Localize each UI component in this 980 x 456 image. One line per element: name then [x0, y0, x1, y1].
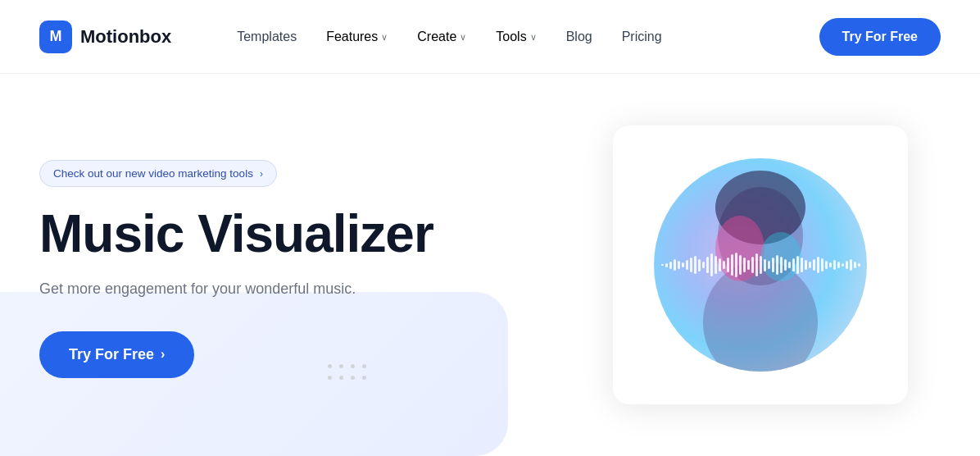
wave-bar	[710, 253, 713, 276]
hero-title: Music Visualizer	[39, 205, 515, 262]
hero-cta-button[interactable]: Try For Free ›	[39, 331, 194, 378]
nav-item-blog[interactable]: Blog	[566, 30, 592, 44]
hero-cta-arrow-icon: ›	[161, 347, 165, 362]
wave-bar	[784, 259, 787, 271]
nav-links: Templates Features Create Tools Blog Pri…	[237, 30, 661, 44]
wave-bar	[796, 256, 799, 274]
nav-link-templates[interactable]: Templates	[237, 30, 297, 43]
hero-section: Check out our new video marketing tools …	[0, 74, 980, 456]
svg-point-1	[703, 261, 818, 372]
nav-item-create[interactable]: Create	[417, 30, 466, 44]
wave-bar	[817, 257, 819, 273]
wave-bar	[768, 261, 770, 269]
nav-item-tools[interactable]: Tools	[496, 30, 536, 44]
nav-link-create: Create	[417, 30, 456, 44]
wave-bar	[809, 262, 811, 268]
wave-bar	[698, 259, 701, 271]
wave-bar	[805, 260, 807, 270]
nav-link-tools: Tools	[496, 30, 526, 44]
visualizer-card	[613, 125, 908, 404]
wave-bar	[682, 262, 684, 267]
wave-bar	[727, 258, 729, 272]
badge-chevron-icon: ›	[260, 168, 263, 180]
wave-bar	[801, 258, 803, 272]
nav-item-features[interactable]: Features	[326, 30, 388, 44]
wave-bar	[821, 258, 823, 271]
wave-bar	[661, 264, 664, 266]
visualizer-circle	[654, 158, 867, 372]
wave-bar	[846, 261, 848, 269]
wave-bar	[674, 259, 676, 271]
wave-bar	[780, 257, 783, 273]
logo-letter: M	[50, 28, 62, 45]
hero-badge[interactable]: Check out our new video marketing tools …	[39, 160, 277, 187]
wave-bar	[825, 261, 828, 269]
nav-link-blog[interactable]: Blog	[566, 30, 592, 43]
wave-bar	[739, 255, 742, 275]
wave-bar	[735, 253, 737, 277]
wave-bar	[751, 257, 754, 273]
wave-bar	[776, 255, 778, 275]
wave-bar	[706, 257, 709, 273]
nav-item-pricing[interactable]: Pricing	[622, 30, 662, 44]
hero-cta-label: Try For Free	[69, 346, 154, 363]
wave-bar	[792, 258, 795, 271]
wave-bar	[813, 259, 815, 271]
wave-bar	[678, 261, 680, 269]
wave-bar	[686, 260, 688, 270]
wave-bar	[842, 263, 844, 267]
wave-bar	[719, 258, 721, 271]
wave-bar	[760, 256, 762, 274]
wave-bar	[690, 258, 692, 272]
wave-bar	[669, 262, 672, 269]
wave-bar	[665, 263, 668, 267]
logo-icon: M	[39, 21, 72, 53]
wave-bar	[743, 258, 746, 272]
wave-bar	[854, 262, 856, 268]
wave-bar	[858, 263, 860, 267]
hero-badge-text: Check out our new video marketing tools	[53, 167, 253, 180]
wave-bar	[747, 260, 750, 270]
hero-content: Check out our new video marketing tools …	[39, 152, 515, 377]
wave-bar	[723, 261, 725, 269]
wave-bar	[788, 262, 791, 268]
wave-bar	[715, 256, 717, 274]
hero-subtitle: Get more engagement for your wonderful m…	[39, 278, 515, 300]
logo-link[interactable]: M Motionbox	[39, 21, 171, 53]
wave-bar	[702, 262, 705, 268]
navbar: M Motionbox Templates Features Create To…	[0, 0, 980, 74]
nav-link-features: Features	[326, 30, 378, 44]
waveform-overlay	[654, 253, 867, 277]
wave-bar	[755, 253, 758, 276]
wave-bar	[772, 258, 774, 272]
nav-item-templates[interactable]: Templates	[237, 30, 297, 44]
logo-text: Motionbox	[80, 26, 171, 48]
wave-bar	[764, 259, 766, 271]
hero-right	[613, 125, 924, 404]
wave-bar	[731, 254, 733, 276]
wave-bar	[850, 259, 852, 271]
wave-bar	[829, 262, 832, 267]
nav-link-pricing[interactable]: Pricing	[622, 30, 662, 43]
wave-bar	[694, 256, 696, 274]
wave-bar	[837, 262, 840, 268]
nav-cta-button[interactable]: Try For Free	[819, 18, 941, 56]
wave-bar	[833, 260, 836, 270]
